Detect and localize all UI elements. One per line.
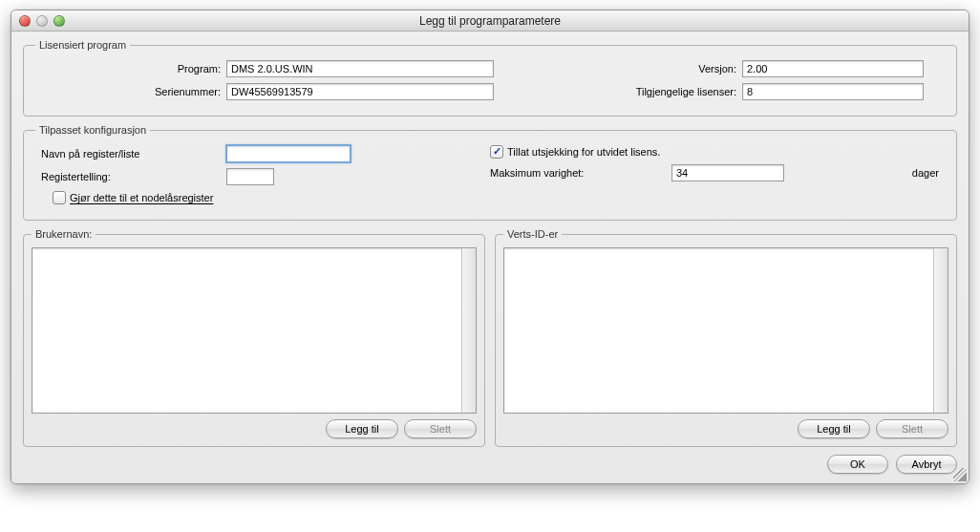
listname-label: Navn på register/liste [35,148,226,160]
usernames-add-button[interactable]: Legg til [326,419,398,438]
custom-config-group: Tilpasset konfigurasjon Navn på register… [23,124,957,221]
available-licenses-value: 8 [742,83,924,100]
traffic-lights [11,15,65,27]
version-value: 2.00 [742,60,924,77]
register-count-input[interactable] [226,168,274,185]
serial-value: DW45569913579 [226,83,494,100]
usernames-listbox[interactable] [32,247,477,414]
close-icon[interactable] [19,15,31,27]
cancel-button[interactable]: Avbryt [896,455,957,474]
checkbox-icon: ✓ [53,191,66,204]
licensed-program-group: Lisensiert program Program: DMS 2.0.US.W… [23,39,957,117]
nodelock-checkbox[interactable]: ✓ Gjør dette til et nodelåsregister [53,191,213,204]
custom-config-legend: Tilpasset konfigurasjon [35,124,150,136]
program-value: DMS 2.0.US.WIN [226,60,494,77]
usernames-legend: Brukernavn: [32,228,96,240]
hostids-delete-button[interactable]: Slett [876,419,948,438]
licensed-program-legend: Lisensiert program [35,39,130,51]
content: Lisensiert program Program: DMS 2.0.US.W… [11,32,969,483]
zoom-icon[interactable] [53,15,65,27]
available-licenses-label: Tilgjengelige lisenser: [494,86,742,97]
nodelock-label: Gjør dette til et nodelåsregister [70,192,213,203]
usernames-group: Brukernavn: Legg til Slett [23,228,485,447]
allow-checkout-checkbox[interactable]: ✓ Tillat utsjekking for utvidet lisens. [490,145,660,159]
titlebar[interactable]: Legg til programparametere [11,11,969,32]
hostids-group: Verts-ID-er Legg til Slett [495,228,957,447]
max-duration-label: Maksimum varighet: [490,167,671,179]
max-duration-unit: dager [784,167,945,179]
hostids-listbox[interactable] [503,247,948,414]
usernames-delete-button[interactable]: Slett [404,419,477,438]
max-duration-input[interactable] [671,164,784,181]
window-title: Legg til programparametere [11,14,969,28]
hostids-add-button[interactable]: Legg til [798,419,870,438]
hostids-legend: Verts-ID-er [503,228,562,240]
version-label: Versjon: [494,63,742,74]
minimize-icon[interactable] [36,15,48,27]
dialog-window: Legg til programparametere Lisensiert pr… [11,10,969,484]
resize-grip-icon[interactable] [953,468,967,481]
register-count-label: Registertelling: [35,171,226,182]
listname-input[interactable] [226,145,351,162]
scrollbar[interactable] [933,248,948,413]
scrollbar[interactable] [461,248,476,413]
allow-checkout-label: Tillat utsjekking for utvidet lisens. [507,146,660,158]
serial-label: Serienummer: [35,86,226,97]
ok-button[interactable]: OK [827,455,888,474]
program-label: Program: [35,63,226,74]
checkbox-icon: ✓ [490,145,503,159]
